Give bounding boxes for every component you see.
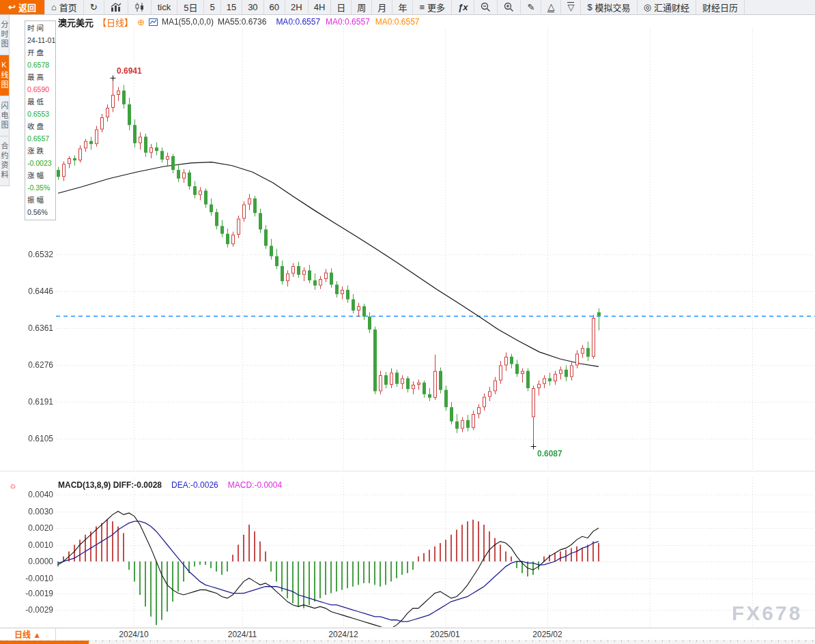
fx-button[interactable]: ƒx bbox=[452, 0, 474, 14]
info-label: 振 幅 bbox=[27, 194, 53, 206]
triangle-up-button[interactable]: △ bbox=[541, 0, 561, 14]
low-price-annotation: 0.6087 bbox=[537, 449, 562, 458]
bottom-scrollbar[interactable] bbox=[0, 640, 815, 644]
ma0-value-label: MA0:0.6557 bbox=[276, 17, 320, 27]
refresh-button[interactable]: ↻ bbox=[84, 0, 104, 14]
period-month-button[interactable]: 月 bbox=[372, 0, 392, 14]
app-window: ↩返回⌂首页↻tick5日51530602H4H日周月年≡更多ƒx✎△▽$模拟交… bbox=[0, 0, 815, 644]
info-value: 0.56% bbox=[27, 206, 53, 218]
period-30-label: 30 bbox=[248, 2, 257, 12]
period-2h-label: 2H bbox=[291, 2, 302, 12]
period-60-button[interactable]: 60 bbox=[264, 0, 285, 14]
info-label: 开 盘 bbox=[27, 46, 53, 59]
macd-header: MACD(13,8,9) DIFF:-0.0028 DEA:-0.0026 MA… bbox=[58, 480, 282, 490]
date-tick-label: 2024/12 bbox=[328, 630, 358, 639]
symbol-title: 澳元美元 bbox=[58, 16, 94, 29]
candlestick-icon bbox=[134, 3, 145, 12]
period-15-label: 15 bbox=[227, 2, 236, 12]
period-year-label: 年 bbox=[398, 1, 407, 14]
calendar-button[interactable]: 财经日历 bbox=[696, 0, 745, 14]
fx-icon: ƒx bbox=[458, 3, 468, 12]
back-icon: ↩ bbox=[8, 3, 16, 12]
candlestick-chart-canvas[interactable] bbox=[0, 0, 815, 644]
info-label: 涨 跌 bbox=[27, 145, 53, 157]
sidebar-tab-contract-info[interactable]: 合约资料 bbox=[0, 136, 10, 186]
calendar-label: 财经日历 bbox=[702, 1, 738, 14]
info-label: 时 间 bbox=[27, 22, 53, 34]
price-tick-label: 0.6446 bbox=[5, 287, 53, 296]
watermark: FX678 bbox=[732, 602, 802, 625]
date-tick-label: 2025/01 bbox=[430, 630, 459, 639]
huitong-label: 汇通财经 bbox=[654, 1, 689, 14]
period-2h-button[interactable]: 2H bbox=[285, 0, 309, 14]
zoom-in-button[interactable] bbox=[498, 0, 521, 14]
period-indicator[interactable]: 日线 ▲ bbox=[0, 628, 56, 640]
ohlc-info-panel: 时 间24-11-01开 盘0.6578最 高0.6590最 低0.6553收 … bbox=[25, 20, 56, 220]
price-tick-label: 0.6191 bbox=[5, 397, 53, 407]
ma55-value-label: MA55:0.6736 bbox=[218, 17, 266, 27]
bar-chart-icon bbox=[111, 3, 121, 12]
info-value: -0.35% bbox=[27, 181, 53, 194]
zoom-out-button[interactable] bbox=[474, 0, 498, 14]
main-chart-header: 澳元美元 【日线】 ⊕ MA1(55,0,0,0) MA55:0.6736 MA… bbox=[58, 16, 420, 27]
mini-chart-icon[interactable] bbox=[149, 18, 158, 26]
period-5d-button[interactable]: 5日 bbox=[177, 0, 204, 14]
macd-tick-label: 0.0000 bbox=[5, 557, 53, 566]
sidebar-tab-flash-chart[interactable]: 闪电图 bbox=[0, 96, 10, 136]
period-month-label: 月 bbox=[377, 1, 386, 14]
period-60-label: 60 bbox=[270, 2, 279, 12]
period-day-label: 日 bbox=[337, 1, 345, 14]
ma0-value-label: MA0:0.6557 bbox=[326, 17, 370, 27]
macd-tick-label: 0.0040 bbox=[5, 490, 53, 499]
indicator-settings-icon[interactable]: ☼ bbox=[9, 480, 17, 491]
period-4h-label: 4H bbox=[314, 2, 326, 12]
sidebar-tab-kline-chart[interactable]: K线图 bbox=[0, 55, 10, 96]
period-15-button[interactable]: 15 bbox=[221, 0, 242, 14]
bar-chart-button[interactable] bbox=[104, 0, 128, 14]
sim-trade-button[interactable]: $模拟交易 bbox=[581, 0, 637, 14]
info-label: 涨 幅 bbox=[27, 169, 53, 181]
period-week-button[interactable]: 周 bbox=[352, 0, 372, 14]
sim-trade-label: 模拟交易 bbox=[595, 1, 631, 14]
macd-tick-label: 0.0020 bbox=[5, 523, 53, 533]
period-30-button[interactable]: 30 bbox=[242, 0, 263, 14]
huitong-button[interactable]: ◎汇通财经 bbox=[638, 0, 696, 14]
date-tick-label: 2025/02 bbox=[532, 630, 562, 639]
ma-settings-label: MA1(55,0,0,0) bbox=[162, 17, 214, 27]
period-year-button[interactable]: 年 bbox=[392, 0, 413, 14]
period-day-button[interactable]: 日 bbox=[331, 0, 352, 14]
more-button[interactable]: ≡更多 bbox=[413, 0, 452, 14]
high-price-annotation: 0.6941 bbox=[117, 66, 142, 76]
macd-tick-label: -0.0019 bbox=[5, 589, 53, 598]
triangle-down-button[interactable]: ▽ bbox=[561, 0, 581, 14]
toolbar: ↩返回⌂首页↻tick5日51530602H4H日周月年≡更多ƒx✎△▽$模拟交… bbox=[0, 0, 815, 15]
back-button[interactable]: ↩返回 bbox=[0, 0, 45, 14]
macd-tick-label: 0.0030 bbox=[5, 507, 53, 516]
chart-type-tabs: 分时图K线图闪电图合约资料 bbox=[0, 15, 10, 186]
ma0-labels: MA0:0.6557MA0:0.6557MA0:0.6557 bbox=[270, 17, 419, 27]
more-icon: ≡ bbox=[419, 3, 425, 12]
add-indicator-icon[interactable]: ⊕ bbox=[137, 17, 145, 27]
draw-icon: ✎ bbox=[527, 3, 534, 12]
price-tick-label: 0.6276 bbox=[5, 360, 53, 370]
info-value: 0.6557 bbox=[27, 132, 53, 145]
scrollbar-thumb[interactable] bbox=[0, 641, 89, 644]
tick-button[interactable]: tick bbox=[152, 0, 178, 14]
period-4h-button[interactable]: 4H bbox=[309, 0, 332, 14]
candlestick-button[interactable] bbox=[128, 0, 152, 14]
period-5-button[interactable]: 5 bbox=[204, 0, 220, 14]
tick-label: tick bbox=[158, 2, 171, 12]
refresh-icon: ↻ bbox=[90, 3, 98, 12]
info-value: 0.6578 bbox=[27, 59, 53, 71]
sidebar-tab-time-chart[interactable]: 分时图 bbox=[0, 15, 10, 55]
draw-button[interactable]: ✎ bbox=[521, 0, 541, 14]
back-label: 返回 bbox=[18, 1, 36, 14]
zoom-in-icon bbox=[504, 2, 514, 12]
info-value: 0.6590 bbox=[27, 83, 53, 96]
period-5d-label: 5日 bbox=[184, 1, 197, 14]
home-button[interactable]: ⌂首页 bbox=[45, 0, 84, 14]
price-tick-label: 0.6361 bbox=[5, 323, 53, 333]
price-tick-label: 0.6105 bbox=[5, 434, 53, 443]
period-5-label: 5 bbox=[210, 2, 214, 12]
macd-diff-label: MACD(13,8,9) DIFF:-0.0028 bbox=[58, 480, 162, 490]
